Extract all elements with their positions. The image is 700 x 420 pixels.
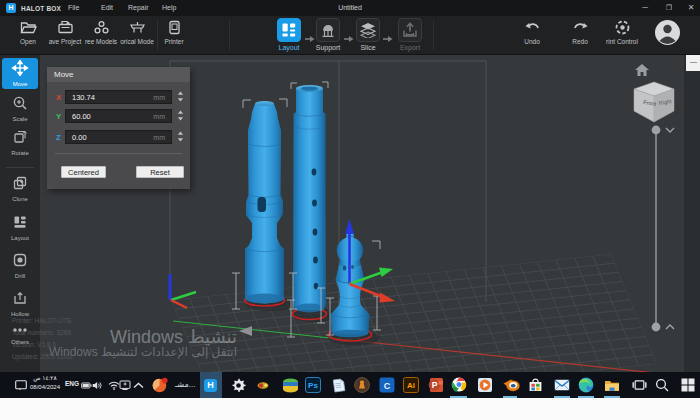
- taskbar-app-task-view[interactable]: [628, 372, 650, 398]
- cast-icon[interactable]: [119, 372, 131, 398]
- rotate-icon: [12, 129, 28, 149]
- svg-text:C: C: [384, 381, 391, 391]
- workflow-export-button[interactable]: Export: [387, 18, 433, 51]
- sidebar-item-scale[interactable]: Scale: [2, 93, 38, 124]
- print-control-icon: [614, 19, 631, 36]
- printer-icon: [166, 19, 183, 36]
- zoom-slider-bottom-knob[interactable]: [652, 323, 661, 332]
- toolbar-undo-button[interactable]: Undo: [508, 19, 556, 45]
- taskbar-app-mail[interactable]: [551, 372, 573, 398]
- taskbar-app-start[interactable]: [677, 372, 699, 398]
- toolbar-redo-button[interactable]: Redo: [556, 19, 604, 45]
- sidebar-item-drill[interactable]: Drill: [2, 250, 38, 281]
- workflow-arrow-icon: [305, 29, 315, 47]
- taskbar-app-utility[interactable]: [252, 372, 274, 398]
- move-panel-title[interactable]: Move: [47, 67, 190, 82]
- taskbar-app-blender[interactable]: [500, 372, 522, 398]
- export-icon: [398, 18, 422, 42]
- panel-divider: [55, 153, 182, 154]
- toolbar-printer-button[interactable]: Printer: [152, 19, 196, 45]
- taskbar-app-file-explorer[interactable]: [601, 372, 623, 398]
- axis-x-input[interactable]: 130.74mm: [65, 90, 172, 104]
- historical-models-icon: [129, 19, 146, 36]
- sidebar-item-rotate[interactable]: Rotate: [2, 127, 38, 158]
- axis-x-stepper[interactable]: [175, 91, 186, 103]
- home-view-button[interactable]: [635, 62, 649, 80]
- taskbar-app-halot-box[interactable]: H: [200, 372, 222, 398]
- taskbar-app-notepad[interactable]: [327, 372, 349, 398]
- reset-button[interactable]: Reset: [136, 166, 184, 178]
- taskbar-app-edge[interactable]: [575, 372, 597, 398]
- build-volume-wireframe: [170, 61, 486, 318]
- windows-taskbar: ١٤:٢٨ ص 08/04/2024 ENG مشـ... HPsCAiP: [0, 372, 700, 398]
- axis-y-stepper[interactable]: [175, 110, 186, 122]
- model-recorder-barrel[interactable]: [245, 101, 284, 304]
- taskbar-app-label[interactable]: مشـ...: [175, 380, 195, 389]
- taskbar-clock[interactable]: ١٤:٢٨ ص 08/04/2024: [28, 374, 62, 392]
- svg-text:Ps: Ps: [308, 381, 318, 390]
- taskbar-app-chitubox[interactable]: C: [376, 372, 398, 398]
- taskbar-app-media-player[interactable]: [474, 372, 496, 398]
- axis-y-input[interactable]: 60.00mm: [65, 109, 172, 123]
- bluestacks-icon: [282, 377, 299, 394]
- running-app-underline: [450, 396, 467, 398]
- running-app-underline: [578, 396, 594, 398]
- sidebar-item-others[interactable]: Others: [2, 317, 38, 348]
- language-indicator[interactable]: ENG: [65, 380, 79, 387]
- axis-z-stepper[interactable]: [175, 131, 186, 143]
- main-toolbar: Openave Projectree Modelsorical ModePrin…: [0, 16, 700, 55]
- model-long-tube[interactable]: [293, 85, 326, 312]
- toolbar-rint-control-button[interactable]: rint Control: [598, 19, 646, 45]
- close-button[interactable]: ✕: [680, 0, 700, 16]
- user-avatar[interactable]: [654, 19, 681, 50]
- taskbar-app-photoshop[interactable]: Ps: [302, 372, 324, 398]
- sidebar-item-move[interactable]: Move: [2, 58, 38, 89]
- workflow-arrow-icon: [383, 29, 393, 47]
- taskbar-app-round-app[interactable]: [351, 372, 373, 398]
- hidden-icons-chevron[interactable]: [133, 372, 144, 398]
- sidebar-item-layout[interactable]: Layout: [2, 212, 38, 243]
- zoom-out-chevron[interactable]: [666, 325, 674, 329]
- powerpoint-icon: P: [428, 377, 444, 393]
- photoshop-icon: Ps: [305, 377, 321, 393]
- centered-button[interactable]: Centered: [61, 166, 106, 178]
- taskbar-app-microsoft-store[interactable]: [524, 372, 546, 398]
- sidebar-item-hollow[interactable]: Hollow: [2, 288, 38, 319]
- taskbar-app-search[interactable]: [651, 372, 673, 398]
- halot-box-window: H HALOT BOX File Edit Repair Help Untitl…: [0, 0, 700, 420]
- file-explorer-icon: [604, 379, 620, 392]
- show-desktop-icon[interactable]: [15, 372, 27, 398]
- zoom-slider[interactable]: [648, 121, 678, 340]
- minimize-button[interactable]: ─: [634, 0, 656, 16]
- move-icon: [11, 60, 29, 80]
- taskbar-app-bluestacks[interactable]: [279, 372, 301, 398]
- zoom-in-chevron[interactable]: [666, 128, 674, 132]
- screen-bottom-strip: [0, 398, 700, 420]
- tool-sidebar: MoveScaleRotateCloneLayoutDrillHollowOth…: [0, 55, 40, 372]
- svg-text:Ai: Ai: [407, 381, 415, 390]
- axis-x-label: X: [56, 93, 61, 102]
- viewport-right-shade: [684, 55, 700, 372]
- maximize-button[interactable]: ❐: [658, 0, 680, 16]
- taskbar-app-powerpoint[interactable]: P: [425, 372, 447, 398]
- search-icon: [655, 378, 669, 392]
- layout-tool-icon: [12, 214, 28, 234]
- collapsed-panel-handle[interactable]: [686, 55, 700, 71]
- toolbar-separator: [433, 20, 434, 50]
- taskbar-app-illustrator[interactable]: Ai: [400, 372, 422, 398]
- battery-icon[interactable]: [81, 372, 92, 398]
- axis-z-input[interactable]: 0.00mm: [65, 130, 172, 144]
- clone-icon: [12, 175, 28, 195]
- hollow-icon: [12, 290, 28, 310]
- edge-icon: [578, 377, 594, 393]
- round-app-icon: [354, 377, 370, 393]
- chitubox-icon: C: [379, 377, 395, 393]
- volume-icon[interactable]: [92, 372, 103, 398]
- zoom-slider-top-knob[interactable]: [652, 126, 661, 135]
- taskbar-app-settings[interactable]: [227, 372, 249, 398]
- taskbar-app-chrome[interactable]: [448, 372, 470, 398]
- redo-icon: [572, 19, 589, 36]
- task-view-icon: [632, 379, 647, 391]
- sidebar-item-clone[interactable]: Clone: [2, 173, 38, 204]
- taskbar-app-antivirus[interactable]: [149, 372, 171, 398]
